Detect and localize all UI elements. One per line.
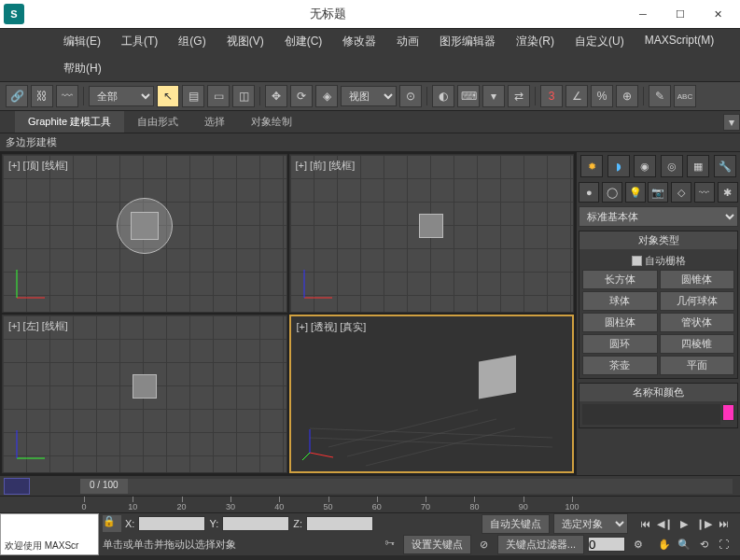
y-input[interactable]: [222, 516, 289, 531]
cameras-icon[interactable]: 📷: [648, 182, 668, 203]
rotate-tool[interactable]: ⟳: [290, 85, 313, 107]
setkey-button[interactable]: 设置关键点: [403, 535, 471, 554]
key-icon[interactable]: 🗝: [384, 537, 399, 552]
prim-box[interactable]: 长方体: [582, 270, 658, 289]
rollout-header[interactable]: 名称和颜色: [579, 384, 737, 401]
timescale[interactable]: 0102030405060708090100: [0, 496, 740, 512]
prim-pyramid[interactable]: 四棱锥: [660, 334, 735, 354]
menu-view[interactable]: 视图(V): [219, 31, 272, 52]
viewport-top[interactable]: [+] [顶] [线框]: [2, 154, 287, 313]
auto-grid-checkbox[interactable]: [632, 256, 642, 266]
frame-indicator[interactable]: 0 / 100: [80, 479, 128, 494]
keymode-dropdown[interactable]: 选定对象: [553, 513, 628, 534]
systems-icon[interactable]: ✱: [718, 182, 738, 203]
motion-tab-icon[interactable]: ◎: [661, 155, 683, 177]
snap-icon[interactable]: 3: [540, 85, 563, 107]
ref-coord-dropdown[interactable]: 视图: [341, 86, 397, 106]
edit-named-sel-icon[interactable]: ✎: [649, 85, 671, 107]
keyfilter-button[interactable]: 关键点过滤器...: [497, 535, 584, 554]
prim-teapot[interactable]: 茶壶: [582, 356, 658, 375]
time-config-icon[interactable]: ⚙: [629, 535, 648, 553]
select-region-icon[interactable]: ▭: [207, 85, 230, 107]
prim-plane[interactable]: 平面: [660, 356, 735, 375]
abc-icon[interactable]: ABC: [674, 85, 696, 107]
select-name-icon[interactable]: ▤: [182, 85, 204, 107]
frame-input[interactable]: [588, 537, 625, 552]
goto-start-icon[interactable]: ⏮: [635, 514, 654, 533]
key-toggle-icon[interactable]: ⊘: [475, 535, 494, 553]
lights-icon[interactable]: 💡: [625, 182, 646, 203]
maximize-button[interactable]: ☐: [662, 1, 699, 27]
close-button[interactable]: ✕: [699, 1, 736, 27]
menu-create[interactable]: 创建(C): [277, 31, 330, 52]
ribbon-tab-graphite[interactable]: Graphite 建模工具: [15, 111, 124, 133]
time-slider[interactable]: 0 / 100: [80, 479, 733, 494]
nav-orbit-icon[interactable]: ⟲: [694, 535, 713, 553]
create-tab-icon[interactable]: ✹: [580, 155, 603, 177]
viewport-front[interactable]: [+] [前] [线框]: [289, 154, 575, 313]
nav-max-icon[interactable]: ⛶: [714, 535, 733, 553]
utilities-tab-icon[interactable]: 🔧: [714, 155, 736, 177]
scale-tool[interactable]: ◈: [315, 85, 338, 107]
prim-tube[interactable]: 管状体: [660, 313, 735, 332]
mirror-icon[interactable]: ⇄: [508, 85, 530, 107]
menu-tools[interactable]: 工具(T): [114, 31, 165, 52]
hierarchy-tab-icon[interactable]: ◉: [634, 155, 656, 177]
menu-animation[interactable]: 动画: [389, 31, 426, 52]
viewport-left[interactable]: [+] [左] [线框]: [2, 315, 287, 473]
viewport-layout-icon[interactable]: [4, 478, 30, 495]
object-name-input[interactable]: [582, 404, 720, 425]
pivot-icon[interactable]: ⊙: [399, 85, 422, 107]
prev-frame-icon[interactable]: ◀❙: [655, 514, 674, 533]
percent-snap-icon[interactable]: %: [591, 85, 613, 107]
manipulate-icon[interactable]: ◐: [432, 85, 454, 107]
helpers-icon[interactable]: ◇: [671, 182, 691, 203]
menu-graph[interactable]: 图形编辑器: [432, 31, 503, 52]
menu-help[interactable]: 帮助(H): [56, 58, 109, 79]
z-input[interactable]: [306, 516, 373, 531]
window-crossing-icon[interactable]: ◫: [232, 85, 255, 107]
selection-filter-dropdown[interactable]: 全部: [89, 86, 154, 106]
menu-modifiers[interactable]: 修改器: [335, 31, 384, 52]
modify-tab-icon[interactable]: ◗: [607, 155, 630, 177]
color-swatch[interactable]: [722, 404, 734, 421]
autokey-button[interactable]: 自动关键点: [482, 514, 550, 534]
unlink-icon[interactable]: ⛓: [31, 85, 53, 107]
rollout-header[interactable]: 对象类型: [579, 231, 737, 249]
maxscript-listener[interactable]: 欢迎使用 MAXScr: [0, 513, 99, 555]
prim-geosphere[interactable]: 几何球体: [660, 291, 735, 311]
viewport-perspective[interactable]: [+] [透视] [真实]: [289, 315, 575, 473]
ribbon-expand-icon[interactable]: ▾: [723, 114, 740, 131]
ribbon-tab-selection[interactable]: 选择: [191, 111, 238, 133]
geometry-icon[interactable]: ●: [579, 182, 599, 203]
x-input[interactable]: [138, 516, 205, 531]
space-warps-icon[interactable]: 〰: [694, 182, 715, 203]
link-icon[interactable]: 🔗: [6, 85, 28, 107]
menu-group[interactable]: 组(G): [171, 31, 213, 52]
ribbon-tab-freeform[interactable]: 自由形式: [124, 111, 191, 133]
lock-icon[interactable]: 🔒: [103, 515, 121, 532]
goto-end-icon[interactable]: ⏭: [714, 514, 733, 533]
menu-customize[interactable]: 自定义(U): [567, 31, 632, 52]
play-icon[interactable]: ▶: [675, 514, 693, 533]
keyboard-icon[interactable]: ⌨: [457, 85, 480, 107]
nav-zoom-icon[interactable]: 🔍: [675, 535, 693, 553]
prim-cone[interactable]: 圆锥体: [660, 270, 735, 289]
next-frame-icon[interactable]: ❙▶: [694, 514, 713, 533]
prim-cylinder[interactable]: 圆柱体: [582, 313, 658, 332]
auto-grid-row[interactable]: 自动栅格: [582, 252, 734, 270]
nav-pan-icon[interactable]: ✋: [655, 535, 674, 553]
display-tab-icon[interactable]: ▦: [687, 155, 709, 177]
angle-snap-icon[interactable]: ∠: [565, 85, 588, 107]
select-tool[interactable]: ↖: [157, 85, 179, 107]
ribbon-tab-paint[interactable]: 对象绘制: [238, 111, 305, 133]
minimize-button[interactable]: ─: [624, 1, 662, 27]
poly-modeling-label[interactable]: 多边形建模: [6, 135, 57, 149]
menu-maxscript[interactable]: MAXScript(M): [637, 31, 722, 52]
spinner-snap-icon[interactable]: ⊕: [616, 85, 638, 107]
menu-edit[interactable]: 编辑(E): [56, 31, 108, 52]
bind-icon[interactable]: 〰: [56, 85, 78, 107]
menu-render[interactable]: 渲染(R): [509, 31, 562, 52]
named-sel-icon[interactable]: ▾: [482, 85, 505, 107]
prim-torus[interactable]: 圆环: [582, 334, 658, 354]
